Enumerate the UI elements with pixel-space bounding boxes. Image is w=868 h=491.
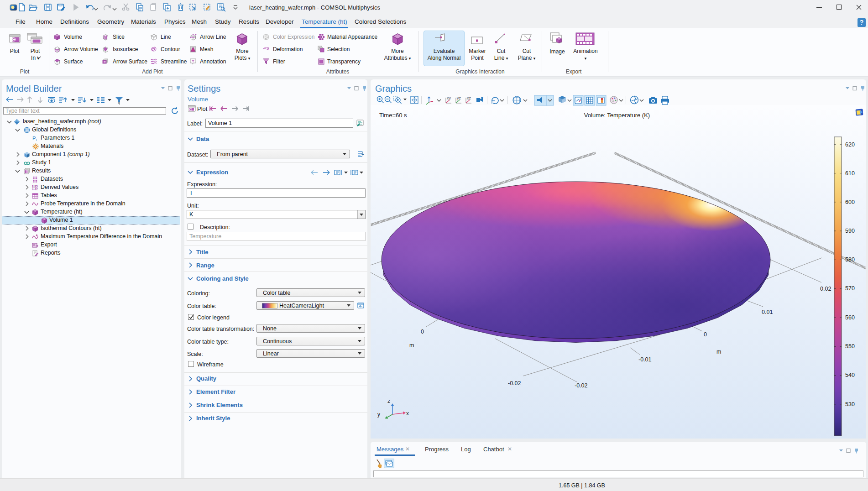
svg-text:z: z xyxy=(387,398,390,404)
svg-text:600: 600 xyxy=(845,199,855,205)
svg-text:580: 580 xyxy=(845,256,855,263)
svg-text:0: 0 xyxy=(421,329,424,335)
svg-text:590: 590 xyxy=(845,228,855,234)
svg-text:0: 0 xyxy=(704,331,707,338)
svg-text:m: m xyxy=(716,349,721,355)
svg-text:540: 540 xyxy=(845,372,855,378)
svg-text:620: 620 xyxy=(845,141,855,148)
svg-text:xz: xz xyxy=(467,96,471,100)
svg-text:x: x xyxy=(406,410,409,417)
svg-text:yz: yz xyxy=(457,96,461,100)
svg-text:-0.02: -0.02 xyxy=(508,380,521,387)
svg-text:y: y xyxy=(377,411,380,418)
svg-text:0.02: 0.02 xyxy=(820,286,831,292)
svg-text:530: 530 xyxy=(845,401,855,407)
svg-text:-0.01: -0.01 xyxy=(638,356,652,363)
svg-text:550: 550 xyxy=(845,343,855,350)
svg-text:m: m xyxy=(409,342,414,349)
svg-text:0.01: 0.01 xyxy=(762,309,773,315)
svg-text:610: 610 xyxy=(845,170,855,177)
svg-text:-0.02: -0.02 xyxy=(575,382,588,389)
svg-text:560: 560 xyxy=(845,314,855,321)
svg-text:570: 570 xyxy=(845,285,855,292)
svg-text:xy: xy xyxy=(447,96,451,100)
